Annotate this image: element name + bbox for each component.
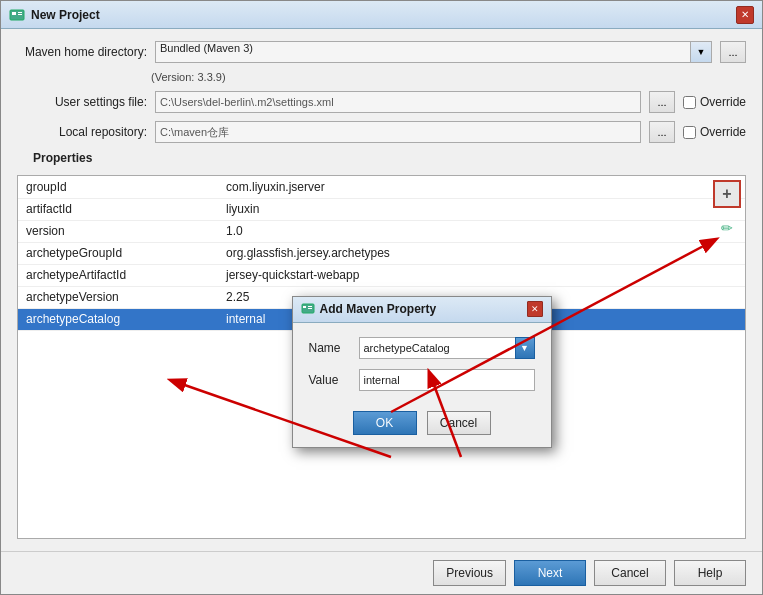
local-repo-row: Local repository: ... Override bbox=[17, 121, 746, 143]
user-settings-row: User settings file: ... Override bbox=[17, 91, 746, 113]
close-button[interactable]: ✕ bbox=[736, 6, 754, 24]
modal-content: Name archetypeCatalog ▼ Value inte bbox=[293, 323, 551, 405]
maven-home-combo: Bundled (Maven 3) ▼ bbox=[155, 41, 712, 63]
modal-value-input[interactable]: internal bbox=[359, 369, 535, 391]
maven-home-browse-btn[interactable]: ... bbox=[720, 41, 746, 63]
title-bar: New Project ✕ bbox=[1, 1, 762, 29]
maven-home-row: Maven home directory: Bundled (Maven 3) … bbox=[17, 41, 746, 63]
add-property-button[interactable]: + bbox=[713, 180, 741, 208]
svg-rect-7 bbox=[308, 308, 312, 309]
local-repo-override: Override bbox=[683, 125, 746, 139]
svg-rect-2 bbox=[18, 12, 22, 13]
user-settings-browse-btn[interactable]: ... bbox=[649, 91, 675, 113]
properties-section-label: Properties bbox=[33, 151, 730, 165]
bottom-buttons: Previous Next Cancel Help bbox=[1, 551, 762, 594]
modal-close-button[interactable]: ✕ bbox=[527, 301, 543, 317]
modal-title-text: Add Maven Property bbox=[320, 302, 437, 316]
modal-ok-button[interactable]: OK bbox=[353, 411, 417, 435]
user-settings-input[interactable] bbox=[155, 91, 641, 113]
table-row[interactable]: archetypeGroupIdorg.glassfish.jersey.arc… bbox=[18, 242, 745, 264]
modal-name-label: Name bbox=[309, 341, 351, 355]
modal-name-row: Name archetypeCatalog ▼ bbox=[309, 337, 535, 359]
svg-rect-1 bbox=[12, 12, 16, 15]
title-bar-left: New Project bbox=[9, 7, 100, 23]
modal-name-combo: archetypeCatalog ▼ bbox=[359, 337, 535, 359]
next-button[interactable]: Next bbox=[514, 560, 586, 586]
table-row[interactable]: artifactIdliyuxin bbox=[18, 198, 745, 220]
local-repo-browse-btn[interactable]: ... bbox=[649, 121, 675, 143]
modal-window-icon bbox=[301, 302, 315, 316]
add-property-btn-container: + bbox=[713, 180, 741, 208]
cancel-button[interactable]: Cancel bbox=[594, 560, 666, 586]
table-row[interactable]: archetypeArtifactIdjersey-quickstart-web… bbox=[18, 264, 745, 286]
modal-name-dropdown-btn[interactable]: ▼ bbox=[515, 337, 535, 359]
table-row[interactable]: groupIdcom.liyuxin.jserver bbox=[18, 176, 745, 198]
svg-rect-5 bbox=[303, 306, 306, 308]
maven-version: (Version: 3.3.9) bbox=[151, 71, 746, 83]
maven-home-input[interactable]: Bundled (Maven 3) bbox=[155, 41, 690, 63]
main-content: Maven home directory: Bundled (Maven 3) … bbox=[1, 29, 762, 551]
table-row[interactable]: version1.0 bbox=[18, 220, 745, 242]
user-settings-label: User settings file: bbox=[17, 95, 147, 109]
modal-buttons: OK Cancel bbox=[293, 405, 551, 447]
window-body: Maven home directory: Bundled (Maven 3) … bbox=[1, 29, 762, 594]
modal-cancel-button[interactable]: Cancel bbox=[427, 411, 491, 435]
help-button[interactable]: Help bbox=[674, 560, 746, 586]
maven-home-dropdown-btn[interactable]: ▼ bbox=[690, 41, 712, 63]
maven-home-label: Maven home directory: bbox=[17, 45, 147, 59]
window-icon bbox=[9, 7, 25, 23]
edit-property-button[interactable]: ✏ bbox=[713, 214, 741, 242]
user-settings-override-checkbox[interactable] bbox=[683, 96, 696, 109]
add-maven-property-dialog: Add Maven Property ✕ Name archetypeCatal… bbox=[292, 296, 552, 448]
modal-value-label: Value bbox=[309, 373, 351, 387]
svg-rect-3 bbox=[18, 14, 22, 15]
user-settings-override-label: Override bbox=[700, 95, 746, 109]
previous-button[interactable]: Previous bbox=[433, 560, 506, 586]
window-title: New Project bbox=[31, 8, 100, 22]
modal-value-row: Value internal bbox=[309, 369, 535, 391]
local-repo-override-checkbox[interactable] bbox=[683, 126, 696, 139]
local-repo-input[interactable] bbox=[155, 121, 641, 143]
modal-dropdown-arrow-icon: ▼ bbox=[520, 343, 529, 353]
main-window: New Project ✕ Maven home directory: Bund… bbox=[0, 0, 763, 595]
modal-name-input[interactable]: archetypeCatalog bbox=[359, 337, 515, 359]
dropdown-arrow-icon: ▼ bbox=[697, 47, 706, 57]
modal-title-left: Add Maven Property bbox=[301, 302, 437, 316]
modal-title-bar: Add Maven Property ✕ bbox=[293, 297, 551, 323]
user-settings-override: Override bbox=[683, 95, 746, 109]
local-repo-label: Local repository: bbox=[17, 125, 147, 139]
svg-rect-6 bbox=[308, 306, 312, 307]
local-repo-override-label: Override bbox=[700, 125, 746, 139]
